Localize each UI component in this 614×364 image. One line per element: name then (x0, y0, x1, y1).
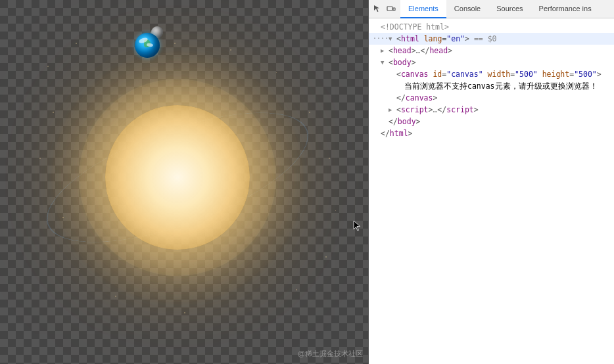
particle (230, 49, 231, 51)
device-icon[interactable] (386, 4, 396, 14)
particle (47, 66, 49, 67)
particle (329, 158, 330, 159)
expand-html[interactable] (389, 33, 395, 45)
code-line-canvas-open[interactable]: <canvas id="canvas" width="500" height="… (385, 68, 614, 80)
devtools-toolbar-icons (369, 4, 400, 14)
particle (296, 289, 297, 290)
earth-globe (135, 33, 160, 58)
particle (335, 210, 336, 211)
inspect-icon[interactable] (373, 4, 383, 14)
particle (174, 43, 176, 44)
code-line-body-open[interactable]: <body> (377, 57, 614, 68)
sun-container (13, 13, 342, 342)
code-line-html-open[interactable]: ···· <html lang="en" > == $0 (369, 33, 614, 45)
tab-performance[interactable]: Performance ins (531, 0, 600, 18)
canvas-panel: @稀土掘金技术社区 (0, 0, 368, 364)
particle (76, 43, 77, 44)
devtools-panel: Elements Console Sources Performance ins… (369, 0, 614, 364)
svg-rect-0 (387, 7, 392, 11)
code-line-canvas-text: 当前浏览器不支持canvas元素，请升级或更换浏览器！ (392, 80, 614, 92)
code-line-doctype[interactable]: <!DOCTYPE html> (369, 21, 614, 33)
code-line-body-close: </body> (377, 116, 614, 127)
particle (108, 53, 109, 53)
particle (115, 296, 116, 297)
particle (250, 309, 250, 309)
svg-rect-1 (393, 8, 395, 11)
particle (309, 112, 310, 113)
expand-script[interactable] (389, 104, 395, 116)
particle (53, 112, 54, 113)
sun-core (105, 105, 250, 250)
canvas-content (7, 7, 348, 348)
tab-elements[interactable]: Elements (400, 0, 446, 18)
code-line-head[interactable]: <head> … </head> (377, 45, 614, 57)
expand-body[interactable] (381, 57, 387, 68)
code-line-script[interactable]: <script> … </script> (385, 104, 614, 116)
earth (135, 33, 160, 58)
html-dots: ···· (373, 33, 389, 45)
code-line-html-close: </html> (369, 127, 614, 139)
particle (79, 269, 80, 270)
doctype-text: <!DOCTYPE html> (381, 21, 449, 33)
tab-console[interactable]: Console (446, 0, 488, 18)
particle (276, 72, 277, 73)
devtools-code-view: <!DOCTYPE html> ···· <html lang="en" > =… (369, 18, 614, 364)
devtools-tabbar: Elements Console Sources Performance ins (369, 0, 614, 18)
expand-head[interactable] (381, 45, 387, 57)
particle (325, 256, 327, 258)
tab-sources[interactable]: Sources (488, 0, 531, 18)
particle (39, 158, 41, 159)
particle (184, 312, 185, 313)
code-line-canvas-close[interactable]: </canvas> (385, 92, 614, 104)
